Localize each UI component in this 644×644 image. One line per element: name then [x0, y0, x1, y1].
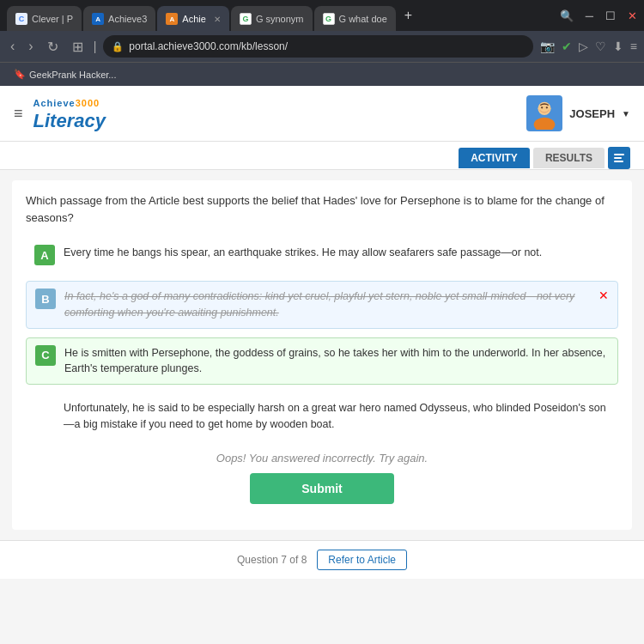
app-header: ≡ Achieve3000 Literacy [0, 86, 644, 142]
logo-area: ≡ Achieve3000 Literacy [14, 94, 106, 132]
submit-button[interactable]: Submit [250, 473, 393, 504]
avatar [526, 95, 562, 131]
option-a-text: Every time he bangs his spear, an earthq… [64, 245, 542, 261]
user-area: JOSEPH ▼ [526, 95, 630, 131]
svg-point-4 [541, 106, 543, 108]
bookmark-icon: 🔖 [14, 69, 26, 80]
option-c-letter: C [35, 345, 56, 366]
address-bar[interactable]: 🔒 portal.achieve3000.com/kb/lesson/ [103, 35, 533, 58]
window-controls: 🔍 ─ ☐ ✕ [560, 9, 637, 22]
svg-rect-6 [614, 154, 624, 155]
option-a-letter: A [34, 245, 55, 265]
apps-icon[interactable]: ⊞ [69, 37, 87, 57]
refer-to-article-button[interactable]: Refer to Article [317, 550, 407, 570]
option-b-text: In fact, he's a god of many contradictio… [64, 289, 586, 321]
tab-results[interactable]: RESULTS [533, 148, 605, 168]
new-tab-button[interactable]: + [398, 8, 419, 23]
svg-rect-8 [614, 161, 623, 162]
title-bar: C Clever | P A Achieve3 A Achie ✕ G G sy… [0, 0, 644, 31]
activity-tab-bar: ACTIVITY RESULTS [0, 142, 644, 170]
shield-icon[interactable]: ✔ [562, 39, 572, 53]
incorrect-message: Oops! You answered incorrectly. Try agai… [26, 452, 618, 465]
wrong-icon: ✕ [598, 289, 609, 302]
bookmark-geekprank[interactable]: 🔖 GeekPrank Hacker... [9, 67, 122, 82]
question-text: Which passage from the Article best supp… [26, 192, 618, 226]
search-icon[interactable]: 🔍 [560, 9, 574, 22]
option-d-text: Unfortunately, he is said to be especial… [64, 400, 610, 433]
bookmarks-bar: 🔖 GeekPrank Hacker... [0, 62, 644, 86]
close-button[interactable]: ✕ [628, 9, 637, 22]
option-a-row[interactable]: A Every time he bangs his spear, an eart… [26, 238, 618, 272]
tab-whatdoes[interactable]: G G what doe [314, 6, 396, 32]
favorites-icon[interactable]: ♡ [595, 39, 606, 53]
question-info: Question 7 of 8 [237, 554, 307, 566]
option-c-text: He is smitten with Persephone, the godde… [64, 345, 609, 378]
address-bar-row: ‹ › ↻ ⊞ | 🔒 portal.achieve3000.com/kb/le… [0, 31, 644, 62]
forward-button[interactable]: › [25, 37, 36, 56]
browser-frame: C Clever | P A Achieve3 A Achie ✕ G G sy… [0, 0, 644, 644]
svg-point-5 [546, 106, 548, 108]
option-d-letter [34, 400, 55, 421]
content-area: ≡ Achieve3000 Literacy [0, 86, 644, 644]
question-area: Which passage from the Article best supp… [12, 180, 632, 530]
maximize-button[interactable]: ☐ [605, 9, 616, 22]
results-icon[interactable] [608, 147, 630, 169]
tab-synonym[interactable]: G G synonym [231, 6, 313, 32]
tab-activity[interactable]: ACTIVITY [459, 148, 530, 168]
screenshot-icon[interactable]: 📷 [540, 39, 555, 53]
url-text: portal.achieve3000.com/kb/lesson/ [129, 40, 288, 52]
logo-achieve-text: Achieve3000 [33, 94, 106, 110]
back-button[interactable]: ‹ [7, 37, 18, 56]
user-dropdown-arrow[interactable]: ▼ [622, 109, 630, 118]
minimize-button[interactable]: ─ [586, 9, 593, 22]
tab-close-icon[interactable]: ✕ [214, 15, 221, 24]
tab-clever[interactable]: C Clever | P [7, 6, 82, 32]
tab-achieve-active[interactable]: A Achie ✕ [157, 6, 229, 32]
cast-icon[interactable]: ▷ [579, 39, 588, 53]
option-d-row[interactable]: Unfortunately, he is said to be especial… [26, 393, 618, 440]
logo-literacy: Literacy [33, 110, 106, 132]
option-b-letter: B [35, 289, 56, 309]
menu-icon[interactable]: ≡ [630, 39, 637, 53]
divider: | [94, 39, 97, 53]
lock-icon: 🔒 [112, 41, 124, 52]
logo: Achieve3000 Literacy [33, 94, 106, 132]
address-bar-actions: 📷 ✔ ▷ ♡ ⬇ ≡ [540, 39, 637, 53]
hamburger-menu[interactable]: ≡ [14, 105, 23, 123]
tab-achieve2[interactable]: A Achieve3 [83, 6, 155, 32]
refresh-button[interactable]: ↻ [44, 37, 62, 57]
option-b-row[interactable]: B In fact, he's a god of many contradict… [26, 281, 618, 329]
svg-rect-7 [614, 157, 622, 159]
footer-bar: Question 7 of 8 Refer to Article [0, 540, 644, 579]
option-c-row[interactable]: C He is smitten with Persephone, the god… [26, 337, 618, 386]
user-name: JOSEPH [569, 107, 615, 120]
download-icon[interactable]: ⬇ [613, 39, 623, 53]
